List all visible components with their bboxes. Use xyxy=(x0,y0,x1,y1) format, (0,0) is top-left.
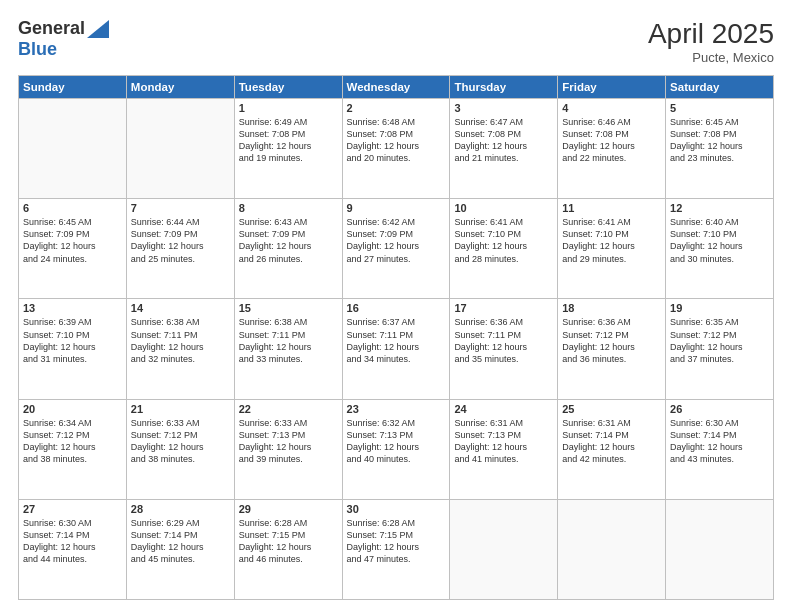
day-detail: Sunrise: 6:41 AM Sunset: 7:10 PM Dayligh… xyxy=(562,216,661,265)
day-number: 10 xyxy=(454,202,553,214)
day-number: 1 xyxy=(239,102,338,114)
calendar-cell: 23Sunrise: 6:32 AM Sunset: 7:13 PM Dayli… xyxy=(342,399,450,499)
location: Pucte, Mexico xyxy=(648,50,774,65)
calendar-cell: 6Sunrise: 6:45 AM Sunset: 7:09 PM Daylig… xyxy=(19,199,127,299)
day-detail: Sunrise: 6:32 AM Sunset: 7:13 PM Dayligh… xyxy=(347,417,446,466)
header: General Blue April 2025 Pucte, Mexico xyxy=(18,18,774,65)
day-detail: Sunrise: 6:34 AM Sunset: 7:12 PM Dayligh… xyxy=(23,417,122,466)
day-detail: Sunrise: 6:45 AM Sunset: 7:09 PM Dayligh… xyxy=(23,216,122,265)
day-header-tuesday: Tuesday xyxy=(234,76,342,99)
day-detail: Sunrise: 6:40 AM Sunset: 7:10 PM Dayligh… xyxy=(670,216,769,265)
day-number: 13 xyxy=(23,302,122,314)
day-number: 25 xyxy=(562,403,661,415)
day-number: 26 xyxy=(670,403,769,415)
calendar-week-row: 6Sunrise: 6:45 AM Sunset: 7:09 PM Daylig… xyxy=(19,199,774,299)
day-detail: Sunrise: 6:38 AM Sunset: 7:11 PM Dayligh… xyxy=(239,316,338,365)
calendar-cell: 18Sunrise: 6:36 AM Sunset: 7:12 PM Dayli… xyxy=(558,299,666,399)
day-detail: Sunrise: 6:30 AM Sunset: 7:14 PM Dayligh… xyxy=(23,517,122,566)
day-number: 5 xyxy=(670,102,769,114)
day-detail: Sunrise: 6:36 AM Sunset: 7:11 PM Dayligh… xyxy=(454,316,553,365)
month-year: April 2025 xyxy=(648,18,774,50)
calendar-cell: 4Sunrise: 6:46 AM Sunset: 7:08 PM Daylig… xyxy=(558,99,666,199)
day-number: 7 xyxy=(131,202,230,214)
logo-blue-text: Blue xyxy=(18,39,57,60)
day-number: 27 xyxy=(23,503,122,515)
day-header-sunday: Sunday xyxy=(19,76,127,99)
day-number: 28 xyxy=(131,503,230,515)
calendar-week-row: 20Sunrise: 6:34 AM Sunset: 7:12 PM Dayli… xyxy=(19,399,774,499)
calendar-cell: 10Sunrise: 6:41 AM Sunset: 7:10 PM Dayli… xyxy=(450,199,558,299)
calendar-cell: 3Sunrise: 6:47 AM Sunset: 7:08 PM Daylig… xyxy=(450,99,558,199)
day-number: 14 xyxy=(131,302,230,314)
calendar-cell xyxy=(450,499,558,599)
calendar-cell: 12Sunrise: 6:40 AM Sunset: 7:10 PM Dayli… xyxy=(666,199,774,299)
calendar-cell: 5Sunrise: 6:45 AM Sunset: 7:08 PM Daylig… xyxy=(666,99,774,199)
day-number: 3 xyxy=(454,102,553,114)
day-detail: Sunrise: 6:31 AM Sunset: 7:14 PM Dayligh… xyxy=(562,417,661,466)
day-detail: Sunrise: 6:49 AM Sunset: 7:08 PM Dayligh… xyxy=(239,116,338,165)
day-number: 6 xyxy=(23,202,122,214)
calendar-week-row: 1Sunrise: 6:49 AM Sunset: 7:08 PM Daylig… xyxy=(19,99,774,199)
day-detail: Sunrise: 6:43 AM Sunset: 7:09 PM Dayligh… xyxy=(239,216,338,265)
calendar-cell: 28Sunrise: 6:29 AM Sunset: 7:14 PM Dayli… xyxy=(126,499,234,599)
svg-marker-0 xyxy=(87,20,109,38)
day-detail: Sunrise: 6:46 AM Sunset: 7:08 PM Dayligh… xyxy=(562,116,661,165)
day-detail: Sunrise: 6:44 AM Sunset: 7:09 PM Dayligh… xyxy=(131,216,230,265)
day-number: 18 xyxy=(562,302,661,314)
calendar-cell: 25Sunrise: 6:31 AM Sunset: 7:14 PM Dayli… xyxy=(558,399,666,499)
day-detail: Sunrise: 6:33 AM Sunset: 7:12 PM Dayligh… xyxy=(131,417,230,466)
calendar-cell xyxy=(126,99,234,199)
day-number: 17 xyxy=(454,302,553,314)
calendar-cell: 21Sunrise: 6:33 AM Sunset: 7:12 PM Dayli… xyxy=(126,399,234,499)
logo-general-text: General xyxy=(18,18,85,39)
calendar-cell xyxy=(19,99,127,199)
day-detail: Sunrise: 6:29 AM Sunset: 7:14 PM Dayligh… xyxy=(131,517,230,566)
day-detail: Sunrise: 6:37 AM Sunset: 7:11 PM Dayligh… xyxy=(347,316,446,365)
calendar-cell: 7Sunrise: 6:44 AM Sunset: 7:09 PM Daylig… xyxy=(126,199,234,299)
day-header-saturday: Saturday xyxy=(666,76,774,99)
day-detail: Sunrise: 6:33 AM Sunset: 7:13 PM Dayligh… xyxy=(239,417,338,466)
day-detail: Sunrise: 6:41 AM Sunset: 7:10 PM Dayligh… xyxy=(454,216,553,265)
day-detail: Sunrise: 6:35 AM Sunset: 7:12 PM Dayligh… xyxy=(670,316,769,365)
day-number: 22 xyxy=(239,403,338,415)
day-header-friday: Friday xyxy=(558,76,666,99)
calendar-cell: 14Sunrise: 6:38 AM Sunset: 7:11 PM Dayli… xyxy=(126,299,234,399)
day-number: 9 xyxy=(347,202,446,214)
day-number: 11 xyxy=(562,202,661,214)
day-header-monday: Monday xyxy=(126,76,234,99)
day-detail: Sunrise: 6:30 AM Sunset: 7:14 PM Dayligh… xyxy=(670,417,769,466)
calendar-cell: 9Sunrise: 6:42 AM Sunset: 7:09 PM Daylig… xyxy=(342,199,450,299)
calendar-cell: 19Sunrise: 6:35 AM Sunset: 7:12 PM Dayli… xyxy=(666,299,774,399)
day-number: 30 xyxy=(347,503,446,515)
calendar-cell: 11Sunrise: 6:41 AM Sunset: 7:10 PM Dayli… xyxy=(558,199,666,299)
calendar-week-row: 13Sunrise: 6:39 AM Sunset: 7:10 PM Dayli… xyxy=(19,299,774,399)
calendar-week-row: 27Sunrise: 6:30 AM Sunset: 7:14 PM Dayli… xyxy=(19,499,774,599)
day-detail: Sunrise: 6:47 AM Sunset: 7:08 PM Dayligh… xyxy=(454,116,553,165)
calendar-cell: 1Sunrise: 6:49 AM Sunset: 7:08 PM Daylig… xyxy=(234,99,342,199)
day-detail: Sunrise: 6:28 AM Sunset: 7:15 PM Dayligh… xyxy=(239,517,338,566)
calendar-cell: 27Sunrise: 6:30 AM Sunset: 7:14 PM Dayli… xyxy=(19,499,127,599)
day-number: 29 xyxy=(239,503,338,515)
calendar-cell: 15Sunrise: 6:38 AM Sunset: 7:11 PM Dayli… xyxy=(234,299,342,399)
calendar-cell: 22Sunrise: 6:33 AM Sunset: 7:13 PM Dayli… xyxy=(234,399,342,499)
day-detail: Sunrise: 6:38 AM Sunset: 7:11 PM Dayligh… xyxy=(131,316,230,365)
day-number: 16 xyxy=(347,302,446,314)
day-detail: Sunrise: 6:45 AM Sunset: 7:08 PM Dayligh… xyxy=(670,116,769,165)
day-header-thursday: Thursday xyxy=(450,76,558,99)
calendar-cell xyxy=(558,499,666,599)
page: General Blue April 2025 Pucte, Mexico Su… xyxy=(0,0,792,612)
day-header-wednesday: Wednesday xyxy=(342,76,450,99)
calendar-cell: 17Sunrise: 6:36 AM Sunset: 7:11 PM Dayli… xyxy=(450,299,558,399)
day-number: 21 xyxy=(131,403,230,415)
title-block: April 2025 Pucte, Mexico xyxy=(648,18,774,65)
calendar-cell xyxy=(666,499,774,599)
day-detail: Sunrise: 6:31 AM Sunset: 7:13 PM Dayligh… xyxy=(454,417,553,466)
day-number: 8 xyxy=(239,202,338,214)
day-detail: Sunrise: 6:42 AM Sunset: 7:09 PM Dayligh… xyxy=(347,216,446,265)
logo-icon xyxy=(87,20,109,38)
day-number: 24 xyxy=(454,403,553,415)
day-number: 2 xyxy=(347,102,446,114)
calendar-header-row: SundayMondayTuesdayWednesdayThursdayFrid… xyxy=(19,76,774,99)
logo: General Blue xyxy=(18,18,109,60)
day-number: 4 xyxy=(562,102,661,114)
